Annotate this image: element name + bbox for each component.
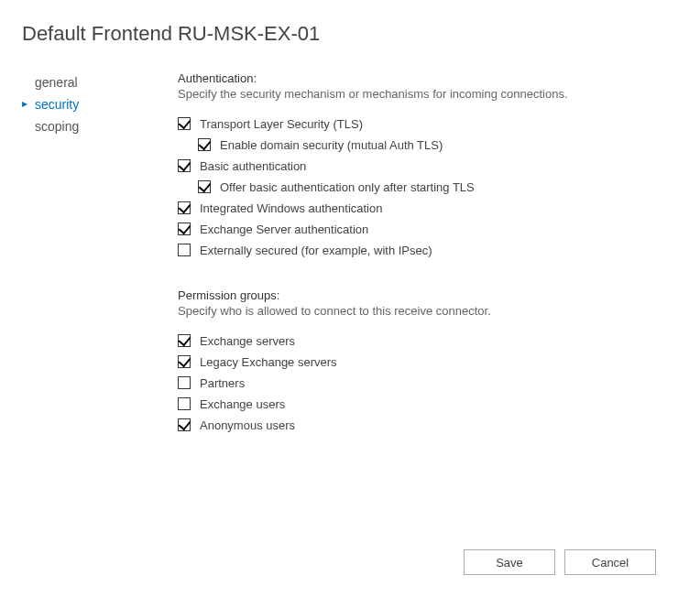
- checkbox-label: Partners: [200, 376, 245, 390]
- check-icon: [178, 159, 191, 172]
- check-icon: [178, 334, 191, 347]
- checkbox-label: Legacy Exchange servers: [200, 355, 337, 369]
- check-icon: [178, 201, 191, 214]
- checkbox-label: Exchange users: [200, 397, 285, 411]
- sidebar: general security scoping: [22, 71, 178, 533]
- check-icon: [178, 355, 191, 368]
- checkbox-basic-auth[interactable]: Basic authentication: [178, 159, 678, 173]
- checkbox-label: Externally secured (for example, with IP…: [200, 244, 432, 257]
- sidebar-item-security[interactable]: security: [22, 93, 178, 115]
- checkbox-integrated-windows[interactable]: Integrated Windows authentication: [178, 201, 678, 215]
- checkbox-exchange-users[interactable]: Exchange users: [178, 397, 678, 411]
- checkbox-label: Enable domain security (mutual Auth TLS): [220, 138, 443, 152]
- check-icon: [178, 117, 191, 130]
- checkbox-label: Anonymous users: [200, 418, 295, 432]
- checkbox-tls[interactable]: Transport Layer Security (TLS): [178, 117, 678, 131]
- checkbox-anonymous-users[interactable]: Anonymous users: [178, 418, 678, 432]
- checkbox-label: Basic authentication: [200, 159, 306, 173]
- checkbox-legacy-exchange[interactable]: Legacy Exchange servers: [178, 355, 678, 369]
- check-icon: [198, 138, 211, 151]
- checkbox-exchange-servers[interactable]: Exchange servers: [178, 334, 678, 348]
- dialog-footer: Save Cancel: [22, 533, 678, 597]
- save-button[interactable]: Save: [464, 549, 555, 575]
- perm-header: Permission groups:: [178, 288, 678, 302]
- checkbox-label: Exchange Server authentication: [200, 223, 368, 236]
- page-title: Default Frontend RU-MSK-EX-01: [22, 22, 678, 46]
- checkbox-label: Exchange servers: [200, 334, 295, 348]
- checkbox-partners[interactable]: Partners: [178, 376, 678, 390]
- checkbox-label: Transport Layer Security (TLS): [200, 117, 363, 131]
- check-icon: [178, 244, 191, 256]
- cancel-button[interactable]: Cancel: [564, 549, 656, 575]
- check-icon: [178, 376, 191, 389]
- checkbox-label: Integrated Windows authentication: [200, 201, 382, 215]
- checkbox-domain-security[interactable]: Enable domain security (mutual Auth TLS): [198, 138, 678, 152]
- checkbox-basic-after-tls[interactable]: Offer basic authentication only after st…: [198, 180, 678, 194]
- auth-header: Authentication:: [178, 71, 678, 85]
- checkbox-externally-secured[interactable]: Externally secured (for example, with IP…: [178, 244, 678, 257]
- check-icon: [178, 397, 191, 410]
- checkbox-label: Offer basic authentication only after st…: [220, 180, 475, 194]
- sidebar-item-scoping[interactable]: scoping: [22, 115, 178, 137]
- sidebar-item-general[interactable]: general: [22, 71, 178, 93]
- content-panel: Authentication: Specify the security mec…: [178, 71, 678, 533]
- check-icon: [178, 418, 191, 431]
- perm-description: Specify who is allowed to connect to thi…: [178, 304, 678, 320]
- checkbox-exchange-server-auth[interactable]: Exchange Server authentication: [178, 223, 678, 236]
- check-icon: [198, 180, 211, 193]
- auth-description: Specify the security mechanism or mechan…: [178, 87, 678, 103]
- check-icon: [178, 223, 191, 235]
